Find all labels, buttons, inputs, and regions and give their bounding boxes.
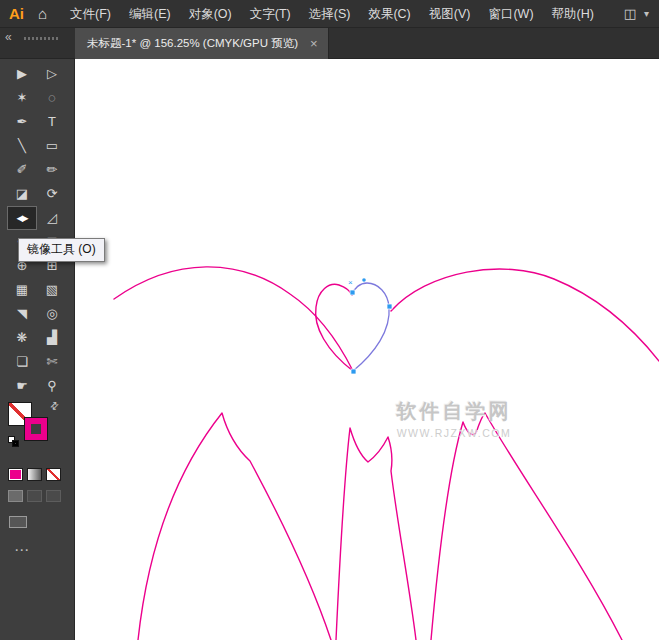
draw-mode-row <box>8 490 61 502</box>
top-anchor-cross: × <box>348 278 353 287</box>
menu-select[interactable]: 选择(S) <box>300 0 360 28</box>
heart-left-path[interactable] <box>316 284 353 371</box>
swap-fill-stroke-icon[interactable]: ⇄ <box>47 399 61 413</box>
pencil-tool-button[interactable]: ✏ <box>37 158 67 182</box>
mesh-tool-button[interactable]: ▦ <box>7 278 37 302</box>
type-tool-button[interactable]: T <box>37 110 67 134</box>
stroke-swatch-magenta[interactable] <box>24 417 48 441</box>
fill-stroke-swatches: ⇄ <box>8 402 60 448</box>
pen-tool-button[interactable]: ✒ <box>7 110 37 134</box>
anchor-point[interactable] <box>351 369 356 374</box>
gradient-tool-button[interactable]: ▧ <box>37 278 67 302</box>
menu-file[interactable]: 文件(F) <box>61 0 120 28</box>
menu-view[interactable]: 视图(V) <box>420 0 480 28</box>
menu-type[interactable]: 文字(T) <box>241 0 300 28</box>
menu-object[interactable]: 对象(O) <box>180 0 241 28</box>
rotate-tool-button[interactable]: ⟳ <box>37 182 67 206</box>
menu-help[interactable]: 帮助(H) <box>543 0 603 28</box>
slice-tool-button[interactable]: ✄ <box>37 350 67 374</box>
zoom-tool-button[interactable]: ⚲ <box>37 374 67 398</box>
app-logo[interactable]: Ai <box>0 5 34 22</box>
tab-close-icon[interactable]: × <box>310 36 318 51</box>
left-cat-outline[interactable] <box>138 413 331 640</box>
lasso-tool-button[interactable]: ◌ <box>37 86 67 110</box>
document-tab-bar: « 未标题-1* @ 156.25% (CMYK/GPU 预览) × <box>0 28 659 59</box>
home-icon[interactable]: ⌂ <box>34 5 61 22</box>
anchor-point[interactable] <box>350 290 355 295</box>
anchor-point[interactable] <box>387 304 392 309</box>
draw-normal-button[interactable] <box>8 490 23 502</box>
menu-edit[interactable]: 编辑(E) <box>120 0 180 28</box>
rectangle-tool-button[interactable]: ▭ <box>37 134 67 158</box>
chevron-down-icon[interactable]: ▾ <box>642 8 649 19</box>
eraser-tool-button[interactable]: ◪ <box>7 182 37 206</box>
blend-tool-button[interactable]: ◎ <box>37 302 67 326</box>
cat-tail-right-path[interactable] <box>391 269 659 361</box>
none-button[interactable] <box>46 468 61 481</box>
menu-list: 文件(F) 编辑(E) 对象(O) 文字(T) 选择(S) 效果(C) 视图(V… <box>61 0 603 28</box>
default-stroke-chip <box>12 440 19 447</box>
reflect-origin-mark: × <box>471 402 477 413</box>
column-graph-tool-button[interactable]: ▟ <box>37 326 67 350</box>
panel-collapse-icon[interactable]: « <box>5 30 12 44</box>
tools-grid: ▶ ▷ ✶ ◌ ✒ T ╲ ▭ ✐ ✏ ◪ ⟳ ◀▶ ◿ ∿ ⊡ ⊕ ⊞ ▦ ▧… <box>7 62 67 398</box>
tool-tooltip: 镜像工具 (O) <box>18 238 105 262</box>
edit-toolbar-button[interactable]: ⋯ <box>14 541 29 559</box>
direction-handle-dot[interactable] <box>362 278 366 282</box>
panel-drag-handle[interactable] <box>24 37 60 40</box>
hand-tool-button[interactable]: ☛ <box>7 374 37 398</box>
draw-inside-button[interactable] <box>46 490 61 502</box>
cat-tail-left-path[interactable] <box>114 267 353 371</box>
heart-right-selected-path[interactable] <box>352 283 389 371</box>
artwork-svg: × × <box>75 59 659 640</box>
draw-behind-button[interactable] <box>27 490 42 502</box>
artboard-tool-button[interactable]: ❏ <box>7 350 37 374</box>
document-tab[interactable]: 未标题-1* @ 156.25% (CMYK/GPU 预览) × <box>75 28 329 59</box>
eyedropper-tool-button[interactable]: ◥ <box>7 302 37 326</box>
paint-mode-row <box>8 468 61 481</box>
document-tab-title: 未标题-1* @ 156.25% (CMYK/GPU 预览) <box>87 36 298 51</box>
reflect-tool-button[interactable]: ◀▶ <box>7 206 37 230</box>
canvas[interactable]: × × 软件自学网 WWW.RJZXW.COM <box>75 59 659 640</box>
right-cat-outline[interactable] <box>431 413 622 640</box>
magic-wand-tool-button[interactable]: ✶ <box>7 86 37 110</box>
paintbrush-tool-button[interactable]: ✐ <box>7 158 37 182</box>
scale-tool-button[interactable]: ◿ <box>37 206 67 230</box>
workspace-switcher-icon[interactable]: ◫ <box>618 6 642 21</box>
center-cat-outline[interactable] <box>336 428 416 640</box>
gradient-button[interactable] <box>27 468 42 481</box>
line-segment-tool-button[interactable]: ╲ <box>7 134 37 158</box>
direct-selection-tool-button[interactable]: ▷ <box>37 62 67 86</box>
default-fill-stroke-icon[interactable] <box>8 436 20 447</box>
menu-window[interactable]: 窗口(W) <box>479 0 542 28</box>
screen-mode-button[interactable] <box>9 516 27 528</box>
menu-effect[interactable]: 效果(C) <box>359 0 419 28</box>
color-button[interactable] <box>8 468 23 481</box>
menubar: Ai ⌂ 文件(F) 编辑(E) 对象(O) 文字(T) 选择(S) 效果(C)… <box>0 0 659 28</box>
selection-tool-button[interactable]: ▶ <box>7 62 37 86</box>
symbol-sprayer-tool-button[interactable]: ❋ <box>7 326 37 350</box>
tools-panel: ▶ ▷ ✶ ◌ ✒ T ╲ ▭ ✐ ✏ ◪ ⟳ ◀▶ ◿ ∿ ⊡ ⊕ ⊞ ▦ ▧… <box>0 59 75 640</box>
